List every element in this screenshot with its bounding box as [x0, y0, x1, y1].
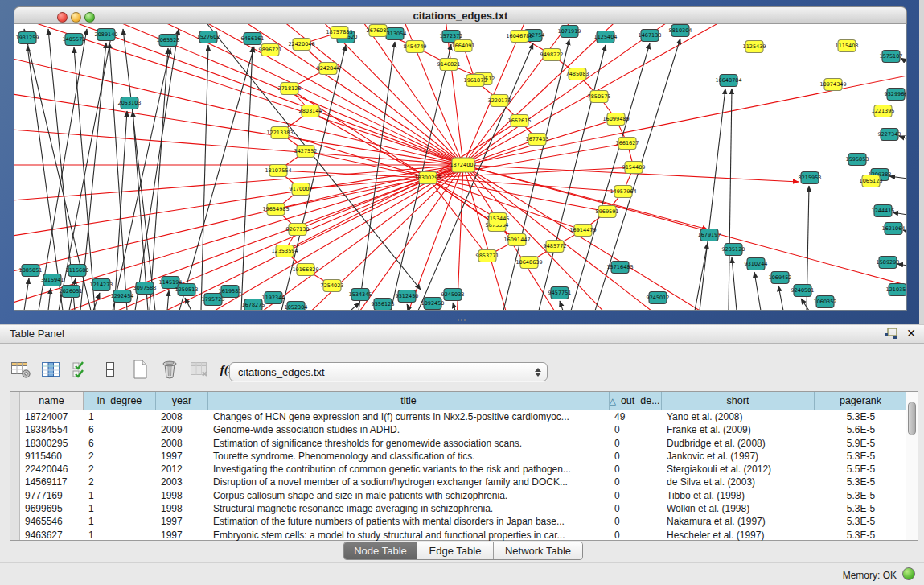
network-node[interactable]: 1052304 [285, 302, 308, 311]
network-node[interactable]: 1619581 [219, 286, 242, 298]
select-rows-icon[interactable] [69, 358, 92, 381]
delete-table-icon[interactable] [158, 358, 181, 381]
network-node[interactable]: 1115680 [66, 265, 89, 277]
network-view[interactable]: 1931259140557220891401065528152760264661… [14, 24, 907, 311]
network-node[interactable]: 1292454 [111, 290, 134, 303]
network-canvas[interactable]: 1931259140557220891401065528152760264661… [14, 24, 907, 311]
network-node[interactable]: 1210351 [886, 284, 907, 296]
table-scrollbar-thumb[interactable] [908, 402, 916, 435]
network-node[interactable]: 22420046 [288, 39, 314, 51]
network-node[interactable]: 16914479 [569, 225, 596, 237]
tab-edge-table[interactable]: Edge Table [417, 542, 494, 559]
network-node[interactable]: 9227343 [878, 129, 901, 141]
network-node[interactable]: 7850575 [588, 91, 611, 103]
network-node[interactable]: 9146821 [437, 59, 461, 71]
network-node[interactable]: 18300295 [414, 172, 441, 184]
network-node[interactable]: 9485772 [544, 241, 567, 253]
network-node[interactable]: 9170007 [290, 183, 313, 196]
table-row[interactable]: 977716911998Corpus callosum shape and si… [20, 489, 907, 502]
network-node[interactable]: 9245033 [441, 289, 465, 301]
network-node[interactable]: 9312450 [396, 290, 419, 303]
table-row[interactable]: 2242004622012Investigating the contribut… [20, 463, 907, 476]
tab-network-table[interactable]: Network Table [494, 542, 582, 559]
network-node[interactable]: 1065123 [860, 175, 883, 187]
network-node[interactable]: 19654985 [262, 204, 289, 216]
network-node[interactable]: 8215953 [799, 172, 822, 184]
network-node[interactable]: 1527602 [197, 31, 220, 43]
network-node[interactable]: 9896721 [259, 44, 282, 56]
column-header-title[interactable]: title [208, 392, 610, 410]
network-node[interactable]: 3220173 [488, 95, 511, 107]
network-node[interactable]: 14957964 [610, 186, 636, 198]
network-node[interactable]: 1931259 [16, 32, 39, 44]
network-node[interactable]: 1115408 [836, 40, 859, 52]
panel-divider-handle[interactable] [458, 319, 466, 323]
table-row[interactable]: 969969511998Structural magnetic resonanc… [20, 502, 907, 515]
network-node[interactable]: 7254023 [321, 280, 344, 292]
network-node[interactable]: 8454749 [404, 41, 427, 53]
network-node[interactable]: 6466161 [241, 33, 265, 45]
table-row[interactable]: 946362711997Embryonic stem cells: a mode… [20, 529, 907, 542]
window-zoom-button[interactable] [84, 12, 95, 23]
network-node[interactable]: 1065528 [157, 35, 180, 47]
network-node[interactable]: 1405572 [63, 34, 86, 46]
column-header-pagerank[interactable]: pagerank [815, 392, 907, 410]
network-node[interactable]: 9235120 [722, 244, 745, 256]
network-node[interactable]: 3097588 [133, 282, 157, 295]
column-header-name[interactable]: name [20, 392, 84, 410]
table-settings-icon[interactable] [10, 358, 32, 381]
column-header-short[interactable]: short [662, 392, 815, 410]
network-node[interactable]: 2676081 [367, 25, 390, 37]
column-header-out_degree[interactable]: △out_de... [610, 392, 662, 410]
network-node[interactable]: 7153445 [487, 213, 510, 225]
network-node[interactable]: 1589293 [877, 257, 900, 269]
table-row[interactable]: 1830029562008Estimation of significance … [20, 437, 907, 450]
table-row[interactable]: 1456911722003Disruption of a novel membe… [20, 476, 907, 488]
network-node[interactable]: 1661627 [616, 138, 639, 150]
network-node[interactable]: 15716485 [606, 262, 633, 274]
network-node[interactable]: 1250513 [175, 284, 199, 296]
network-node[interactable]: 1244415 [872, 205, 895, 217]
network-node[interactable]: 1575107 [880, 51, 903, 63]
row-height-icon[interactable] [99, 358, 121, 381]
table-scrollbar-track[interactable] [906, 392, 918, 540]
network-node[interactable]: 9329966 [885, 89, 907, 101]
table-row[interactable]: 946554611997Estimation of the future num… [20, 515, 907, 528]
network-node[interactable]: 9310244 [745, 258, 768, 270]
network-node[interactable]: 1662615 [508, 115, 532, 127]
network-node[interactable]: 9356123 [372, 299, 395, 311]
network-node[interactable]: 1125439 [743, 41, 766, 53]
network-node[interactable]: 8810304 [669, 25, 692, 37]
network-node[interactable]: 10648639 [515, 257, 542, 269]
network-node[interactable]: 2026051 [60, 286, 83, 298]
network-node[interactable]: 2803144 [299, 105, 322, 117]
network-node[interactable]: 1534345 [349, 289, 372, 301]
network-node[interactable]: 8267130 [286, 224, 310, 236]
network-node[interactable]: 12213383 [266, 127, 293, 139]
table-row[interactable]: 1938455462009Genome-wide association stu… [20, 423, 907, 436]
column-header-year[interactable]: year [156, 392, 208, 410]
network-node[interactable]: 1961873 [464, 75, 487, 87]
window-close-button[interactable] [57, 12, 68, 23]
network-node[interactable]: 9242844 [317, 63, 340, 75]
column-header-in_degree[interactable]: in_degree [84, 392, 156, 410]
network-node[interactable]: 16099489 [602, 113, 629, 126]
network-node[interactable]: 12353594 [271, 245, 298, 257]
window-minimize-button[interactable] [71, 12, 81, 23]
network-node[interactable]: 1060352 [814, 296, 837, 308]
network-node[interactable]: 2718126 [278, 83, 302, 95]
network-node[interactable]: 9240501 [791, 285, 815, 297]
network-node[interactable]: 1621064 [882, 223, 906, 235]
network-node[interactable]: 9154409 [622, 162, 646, 174]
network-window-titlebar[interactable]: citations_edges.txt [14, 6, 907, 24]
network-node[interactable]: 1192344 [262, 292, 285, 304]
network-node[interactable]: 9498222 [540, 49, 564, 61]
network-node[interactable]: 16648784 [715, 75, 741, 87]
network-node[interactable]: 7485083 [566, 68, 589, 80]
network-node[interactable]: 1071919 [558, 26, 581, 38]
network-node[interactable]: 1664091 [452, 40, 475, 52]
memory-status-label[interactable]: Memory: OK [843, 569, 897, 582]
network-node[interactable]: 1467138 [639, 30, 662, 42]
network-node[interactable]: 19166829 [292, 264, 318, 276]
table-row[interactable]: 911546021997Tourette syndrome. Phenomeno… [20, 450, 907, 463]
